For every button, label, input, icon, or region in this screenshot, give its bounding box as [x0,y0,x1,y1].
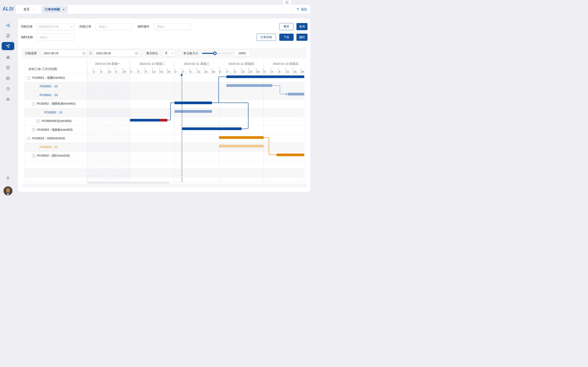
sidebar-item-menu-collapse[interactable] [2,21,14,29]
tree-row-3[interactable]: PC00001：20 [25,91,87,100]
chevron-down-icon [171,52,173,54]
reset-button[interactable]: 重置 [279,23,294,30]
material-code-input[interactable] [156,25,188,29]
slider-handle[interactable] [213,52,217,55]
hour-tick-label: 0 [87,71,87,73]
gantt-bottom-strip [22,184,307,187]
hour-tick-label: 8 [146,71,147,73]
task-select[interactable]: 请选择排程任务 [37,23,74,30]
hour-tick-label: 20 [301,71,304,73]
hour-tick-label: 8 [279,71,280,73]
collapse-icon[interactable]: − [27,137,30,140]
sidebar-item-pie-chart[interactable] [2,85,14,93]
hour-tick-label: 4 [182,71,184,73]
unit-select[interactable]: 天 [163,50,176,57]
gantt-bar[interactable] [174,110,212,113]
date-start-wrap [41,50,88,57]
gantt-bar[interactable] [219,145,264,147]
material-name-input[interactable] [39,35,72,39]
tab-close-icon[interactable]: × [33,8,34,11]
material-name-input-wrap [37,34,74,41]
gantt-bar[interactable] [174,101,212,104]
gantt-bar[interactable] [182,127,242,130]
dispatch-button[interactable]: 下发 [279,34,294,41]
gantt-bar[interactable] [288,93,304,95]
hour-tick-label: 16 [294,71,296,73]
material-code-input-wrap [154,23,190,30]
hour-tick-label: 12 [242,71,244,73]
gantt-bar[interactable] [277,154,304,156]
expand-icon[interactable]: + [32,128,35,131]
revoke-button[interactable]: 撤回 [296,34,307,41]
back-label: 返回 [301,8,307,11]
sidebar-item-calendar-check[interactable] [2,74,14,82]
cell-size-slider[interactable] [202,53,232,54]
order-input[interactable] [98,25,130,29]
hour-tick-minor [193,71,193,74]
collapse-icon[interactable]: − [32,102,35,105]
gantt-bar[interactable] [226,75,304,78]
order-detail-button[interactable]: 订单详情 [256,34,276,41]
tree-row-8[interactable]: −PC00016：挂钟(mtm016) [25,134,87,143]
gantt-bar[interactable] [219,136,264,139]
tree-row-10[interactable]: +PC00002：指针(mtm018) [25,152,87,160]
hour-tick-label: 20 [168,71,170,73]
hour-tick-major [249,68,249,74]
tree-row-label: PC00002：10 [42,111,62,114]
hour-tick-major [204,68,204,74]
horizontal-scrollbar-thumb[interactable] [87,182,169,184]
hour-tick-minor [156,71,156,74]
hour-tick-minor [200,71,201,74]
tree-row-1[interactable]: −PC00001：电脑(mtm001) [25,74,87,82]
hour-tick-label: 4 [138,71,139,73]
tree-row-9[interactable]: PC00016：10 [25,143,87,152]
hour-tick-label: 16 [249,71,252,73]
order-input-wrap [96,23,132,30]
calendar-check-icon [6,76,10,81]
calendar-icon[interactable] [135,52,138,55]
hour-tick-major [108,68,108,74]
date-end-input[interactable] [96,51,135,55]
hour-tick-label: 0 [116,71,117,73]
sidebar-item-bar-chart[interactable] [2,53,14,61]
menu-collapse-icon [6,23,10,28]
hour-tick-minor [230,71,231,74]
top-bar: 首页×订单甘特图× ↰ 返回 [16,5,310,14]
back-arrow-icon: ↰ [296,8,299,11]
tree-row-6[interactable]: +PC00004外壳(mtm004) [25,117,87,126]
tab-home[interactable]: 首页× [20,6,37,13]
tree-row-7[interactable]: +PC00003：电路板(mtm003) [25,125,87,134]
date-start-input[interactable] [43,51,82,55]
expand-icon[interactable]: + [32,154,35,157]
hour-tick-major [152,68,153,74]
query-button[interactable]: 查询 [296,23,307,30]
sidebar-item-gear[interactable] [2,95,14,104]
gantt-bar[interactable] [159,119,168,122]
hour-tick-minor [275,71,275,74]
tree-row-5[interactable]: PC00002：10 [25,108,87,117]
avatar[interactable] [3,186,12,195]
expand-icon[interactable]: + [37,120,40,123]
hamburger-menu-icon[interactable] [283,0,291,5]
tab-order-gantt[interactable]: 订单甘特图× [42,6,68,13]
tree-row-label: PC00001：10 [37,85,58,88]
sidebar-item-stamp[interactable] [2,174,14,182]
collapse-icon[interactable]: − [27,76,30,79]
hour-tick-minor [126,71,127,74]
tree-row-label: PC00001：20 [37,93,58,97]
calendar-icon[interactable] [82,52,86,55]
hour-tick-major [190,68,190,74]
hour-tick-label: 4 [94,71,95,73]
tab-close-icon[interactable]: × [63,8,65,11]
back-button[interactable]: ↰ 返回 [296,5,307,14]
hour-tick-minor [215,71,216,74]
hour-tick-major [182,68,182,74]
tree-row-2[interactable]: PC00001：10 [25,82,87,91]
gantt-bar[interactable] [130,119,159,122]
sidebar-item-share-network[interactable] [2,42,14,50]
tree-row-4[interactable]: −PC00002：塑胶机身(mtm002) [25,100,87,108]
current-time-dot [181,74,182,76]
sidebar-item-document-transfer[interactable] [2,32,14,40]
sidebar-item-clipboard[interactable] [2,64,14,72]
gantt-bar[interactable] [226,84,272,87]
